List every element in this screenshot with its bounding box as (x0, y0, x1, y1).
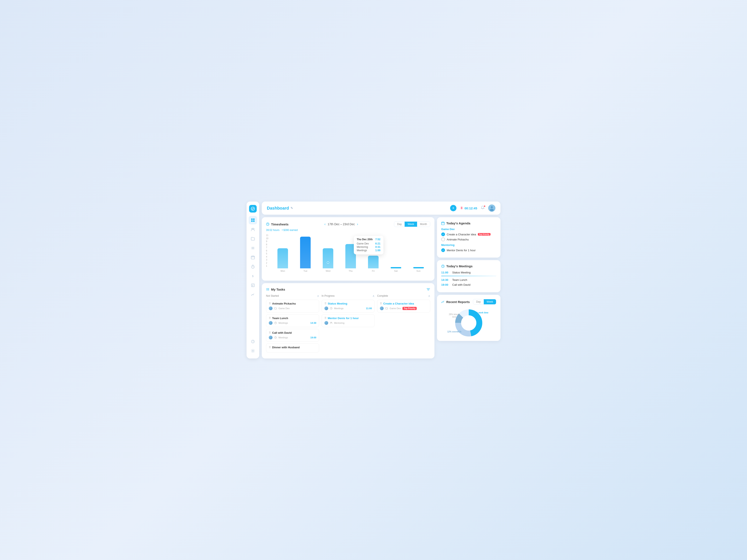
agenda-section-gamedev: Game Dev (441, 228, 496, 231)
add-button[interactable]: + (450, 205, 457, 211)
task-call-david[interactable]: ⠿ Call with David (266, 329, 319, 342)
sidebar-item-billing[interactable]: $ (249, 272, 257, 280)
col-not-started-toggle[interactable]: ∧ (317, 294, 319, 298)
task-meta: Meetings 19:00 (269, 336, 316, 340)
task-name: ⠿ Animate Pickachu (269, 302, 316, 305)
user-avatar[interactable] (488, 205, 495, 212)
task-time: 11:00 (366, 307, 372, 310)
meeting-progress-bar (441, 276, 496, 276)
sidebar-item-chart[interactable] (249, 290, 257, 299)
tab-month[interactable]: Month (417, 222, 430, 227)
task-name: ⠿ Status Meeting (325, 302, 372, 305)
svg-point-50 (330, 322, 331, 323)
task-status-meeting[interactable]: ⠿ Status Meeting (321, 300, 375, 313)
bar-tue[interactable]: Tue (296, 237, 315, 272)
meetings-title-text: Today's Meetings (446, 264, 472, 268)
svg-point-27 (491, 206, 493, 208)
clock-icon2 (441, 265, 445, 268)
page-title: Dashboard ✎ (267, 206, 293, 211)
timesheets-title-text: Timesheets (271, 222, 288, 226)
svg-text:?: ? (253, 340, 254, 343)
sidebar-item-team[interactable] (249, 225, 257, 234)
svg-point-63 (461, 315, 476, 330)
donut-svg: 72% work time 28% leisure time 12% overw… (450, 307, 488, 337)
col-complete-toggle[interactable]: ∧ (428, 294, 430, 298)
agenda-card: Today's Agenda Game Dev ✓ Create a Chara… (437, 217, 500, 258)
page-title-text: Dashboard (267, 206, 289, 211)
task-name: ⠿ Team Lunch (269, 317, 316, 320)
col-in-progress-toggle[interactable]: ∧ (372, 294, 375, 298)
task-avatar (380, 306, 384, 310)
bar-sun[interactable]: Sun (409, 267, 428, 272)
agenda-priority-badge: Top Priority (478, 233, 491, 236)
prev-date-button[interactable]: ‹ (325, 222, 326, 226)
col-complete-title: Complete (377, 294, 388, 297)
task-name: ⠿ Dinner with Husband (269, 346, 316, 349)
sidebar-item-dashboard[interactable] (249, 216, 257, 224)
task-dinner[interactable]: ⠿ Dinner with Husband (266, 343, 319, 352)
sidebar-item-calendar[interactable] (249, 253, 257, 262)
folder-icon (274, 307, 277, 310)
reports-tab-day[interactable]: Day (473, 299, 484, 304)
task-animate-pickachu[interactable]: ⠿ Animate Pickachu Game Dev (266, 300, 319, 313)
next-date-button[interactable]: › (357, 222, 358, 226)
task-team-lunch[interactable]: ⠿ Team Lunch (266, 314, 319, 327)
task-time: 14:30 (310, 322, 316, 324)
timesheets-title: Timesheets (266, 222, 288, 226)
sidebar-item-reports[interactable] (249, 281, 257, 290)
reports-tab-week[interactable]: Week (484, 299, 496, 304)
agenda-section-mentoring: Mentoring (441, 243, 496, 247)
col-complete: Complete ∧ ⠿ Create a Character idea (377, 294, 430, 354)
sidebar-item-settings[interactable] (249, 347, 257, 355)
sidebar-item-timer[interactable] (249, 262, 257, 271)
svg-point-28 (490, 209, 494, 211)
date-range: 17th Dec – 23rd Dec (328, 222, 355, 226)
tab-day[interactable]: Day (394, 222, 405, 227)
tooltip-date: Thu Dec 20th 7:52 (357, 238, 381, 241)
chart-inner: Mon Tue Wed (273, 237, 428, 272)
bar-sat[interactable]: Sat (386, 267, 406, 272)
chart-bars-area: 12345 67891011 Mon Tue (266, 234, 430, 272)
meeting-status: 11:00 Status Meeting (441, 271, 496, 274)
task-create-character[interactable]: ⠿ Create a Character idea Game Dev (377, 300, 430, 313)
col-not-started-title: Not Started (266, 294, 279, 297)
y-axis: 12345 67891011 (266, 234, 268, 268)
meeting-call-david: 19:00 Call with David (441, 283, 496, 286)
bar-label-tue: Tue (304, 270, 307, 272)
edit-icon[interactable]: ✎ (290, 206, 293, 210)
sidebar-item-list[interactable] (249, 244, 257, 252)
clock-icon-small (274, 336, 277, 339)
sidebar-item-help[interactable]: ? (249, 337, 257, 346)
main-content: Dashboard ✎ + ⏸ 00:12:45 (262, 202, 500, 358)
filter-icon[interactable] (427, 287, 430, 291)
svg-point-6 (253, 228, 254, 230)
agenda-item-create-character: ✓ Create a Character idea Top Priority (441, 233, 496, 236)
pause-icon[interactable]: ⏸ (460, 206, 463, 210)
meetings-title: Today's Meetings (441, 264, 496, 268)
bar-label-thu: Thu (349, 270, 353, 272)
right-panel: Today's Agenda Game Dev ✓ Create a Chara… (437, 217, 500, 358)
svg-rect-1 (251, 218, 253, 220)
svg-point-51 (331, 322, 332, 323)
tooltip-row-meetings: Meetings 1:00 (357, 249, 381, 252)
tooltip-row-gamedev: Game Dev 6:21 (357, 242, 381, 245)
tasks-title-text: My Tasks (271, 288, 285, 291)
bar-fri[interactable]: Fri (364, 256, 383, 272)
notification-button[interactable] (481, 206, 485, 211)
agenda-title: Today's Agenda (441, 221, 496, 225)
bar-label-mon: Mon (281, 270, 285, 272)
agenda-item-mentor-denis: ✓ Mentor Denis for 1 hour (441, 248, 496, 252)
tab-week[interactable]: Week (405, 222, 417, 227)
donut-chart: 72% work time 28% leisure time 12% overw… (441, 307, 496, 337)
task-time: 19:00 (310, 336, 316, 339)
bar-mon[interactable]: Mon (273, 248, 292, 272)
hours-stat: 39:02 hours (266, 229, 279, 232)
task-mentor-denis[interactable]: ⠿ Mentor Denis for 1 hour (321, 314, 375, 327)
bar-wed[interactable]: Wed (318, 248, 338, 272)
app-logo[interactable] (249, 205, 257, 213)
sidebar-item-folder[interactable] (249, 235, 257, 243)
reports-header: Recent Reports Day Week (441, 299, 496, 304)
clock-icon-small (274, 322, 277, 324)
tasks-card: My Tasks Not Started (262, 283, 434, 358)
task-avatar (269, 336, 273, 340)
